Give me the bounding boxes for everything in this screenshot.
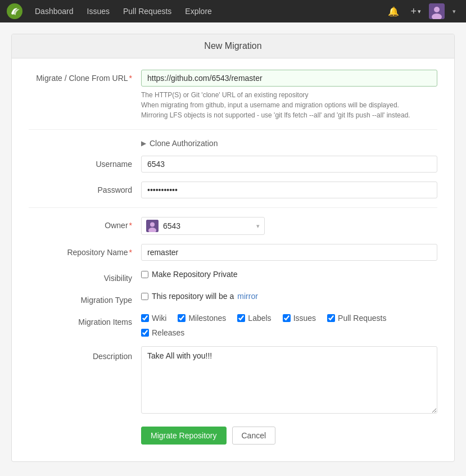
owner-label: Owner*: [29, 217, 141, 230]
migration-type-control-wrapper: This repository will be a mirror: [141, 292, 437, 301]
section-divider: [29, 207, 437, 208]
releases-label[interactable]: Releases: [152, 328, 184, 337]
migration-items-row: Migration Items Wiki Milestones: [29, 314, 437, 337]
list-item: Labels: [237, 314, 271, 323]
nav-explore[interactable]: Explore: [179, 3, 217, 19]
migration-type-row: Migration Type This repository will be a…: [29, 292, 437, 305]
create-button[interactable]: + ▾: [407, 3, 424, 20]
owner-name: 6543: [163, 221, 252, 230]
card-title: New Migration: [204, 41, 261, 51]
wiki-label[interactable]: Wiki: [152, 314, 166, 323]
owner-avatar: [146, 220, 159, 232]
mirror-type-checkbox[interactable]: [141, 293, 148, 300]
visibility-label: Visibility: [29, 270, 141, 283]
pull-requests-checkbox[interactable]: [327, 314, 335, 322]
releases-checkbox[interactable]: [141, 329, 149, 337]
username-row: Username: [29, 156, 437, 173]
card-body: Migrate / Clone From URL* The HTTP(S) or…: [12, 58, 454, 461]
pull-requests-label[interactable]: Pull Requests: [338, 314, 386, 323]
description-control-wrapper: Take All with you!!!: [141, 346, 437, 415]
url-control-wrapper: The HTTP(S) or Git 'clone' URL of an exi…: [141, 70, 437, 120]
description-row: Description Take All with you!!!: [29, 346, 437, 415]
page-content: New Migration Migrate / Clone From URL* …: [0, 22, 466, 473]
clone-auth-header: ▶ Clone Authorization: [29, 139, 437, 148]
migration-type-label: Migration Type: [29, 292, 141, 305]
list-item: Releases: [141, 328, 184, 337]
visibility-control-wrapper: Make Repository Private: [141, 270, 437, 279]
clone-auth-chevron-icon: ▶: [141, 139, 146, 147]
migrate-repository-button[interactable]: Migrate Repository: [141, 427, 227, 445]
list-item: Pull Requests: [327, 314, 386, 323]
labels-label[interactable]: Labels: [248, 314, 271, 323]
navbar: Dashboard Issues Pull Requests Explore 🔔…: [0, 0, 466, 22]
visibility-row: Visibility Make Repository Private: [29, 270, 437, 283]
svg-point-6: [150, 223, 155, 227]
migration-items-label: Migration Items: [29, 314, 141, 327]
url-row: Migrate / Clone From URL* The HTTP(S) or…: [29, 70, 437, 120]
repo-name-control-wrapper: [141, 244, 437, 261]
username-control-wrapper: [141, 156, 437, 173]
cancel-button[interactable]: Cancel: [232, 427, 276, 445]
nav-pull-requests[interactable]: Pull Requests: [117, 3, 177, 19]
card-header: New Migration: [12, 34, 454, 58]
owner-select[interactable]: 6543 ▾: [141, 217, 265, 235]
owner-row: Owner* 6543 ▾: [29, 217, 437, 235]
owner-control-wrapper: 6543 ▾: [141, 217, 437, 235]
url-help-text: The HTTP(S) or Git 'clone' URL of an exi…: [141, 90, 437, 120]
milestones-checkbox[interactable]: [178, 314, 186, 322]
url-input[interactable]: [141, 70, 437, 87]
owner-select-arrow-icon: ▾: [256, 223, 260, 230]
password-input[interactable]: [141, 182, 437, 198]
svg-point-3: [434, 7, 440, 12]
migration-items-control-wrapper: Wiki Milestones Labels Issues: [141, 314, 437, 337]
clone-auth-section: ▶ Clone Authorization Username Password: [29, 129, 437, 198]
repo-name-row: Repository Name*: [29, 244, 437, 261]
password-control-wrapper: [141, 182, 437, 198]
migration-card: New Migration Migrate / Clone From URL* …: [11, 34, 455, 462]
issues-label[interactable]: Issues: [293, 314, 316, 323]
issues-checkbox[interactable]: [283, 314, 291, 322]
migration-type-check-row: This repository will be a mirror: [141, 292, 437, 301]
repo-name-label: Repository Name*: [29, 244, 141, 257]
migration-items-checkboxes: Wiki Milestones Labels Issues: [141, 314, 437, 337]
form-actions: Migrate Repository Cancel: [29, 427, 437, 445]
url-label: Migrate / Clone From URL*: [29, 70, 141, 83]
username-input[interactable]: [141, 156, 437, 173]
notifications-button[interactable]: 🔔: [384, 4, 402, 19]
make-private-label[interactable]: Make Repository Private: [152, 270, 238, 279]
navbar-right: 🔔 + ▾ ▾: [384, 3, 459, 20]
password-label: Password: [29, 182, 141, 194]
wiki-checkbox[interactable]: [141, 314, 149, 322]
nav-dashboard[interactable]: Dashboard: [29, 3, 79, 19]
user-menu-button[interactable]: ▾: [449, 6, 459, 17]
user-avatar[interactable]: [429, 3, 445, 19]
make-private-checkbox[interactable]: [141, 271, 148, 278]
description-label: Description: [29, 346, 141, 361]
list-item: Issues: [283, 314, 316, 323]
plus-chevron-icon: ▾: [418, 8, 421, 15]
list-item: Milestones: [178, 314, 226, 323]
repo-name-input[interactable]: [141, 244, 437, 261]
nav-issues[interactable]: Issues: [82, 3, 115, 19]
password-row: Password: [29, 182, 437, 198]
milestones-label[interactable]: Milestones: [188, 314, 226, 323]
plus-icon: +: [410, 6, 417, 17]
list-item: Wiki: [141, 314, 166, 323]
mirror-prefix-label[interactable]: This repository will be a: [152, 292, 234, 301]
labels-checkbox[interactable]: [237, 314, 245, 322]
visibility-check-row: Make Repository Private: [141, 270, 437, 279]
mirror-link[interactable]: mirror: [237, 292, 258, 301]
description-textarea[interactable]: Take All with you!!!: [141, 346, 437, 414]
svg-point-1: [11, 12, 13, 14]
username-label: Username: [29, 156, 141, 169]
app-logo[interactable]: [7, 3, 22, 19]
